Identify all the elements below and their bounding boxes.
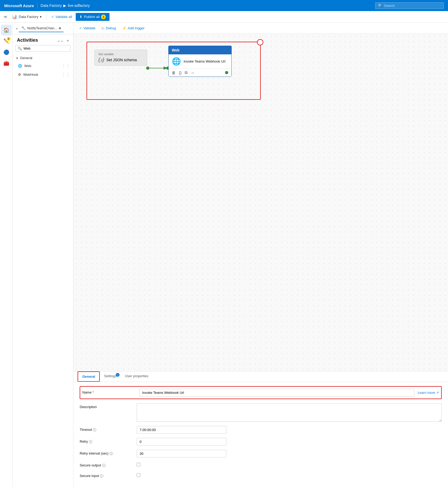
variable-x-icon: (𝑥) — [98, 57, 104, 63]
web-node-header: Web — [169, 46, 231, 54]
publish-icon: ⬆ — [79, 15, 82, 19]
secure-output-label: Secure output ⓘ — [80, 462, 132, 468]
activities-search-bar[interactable]: 🔍 — [15, 45, 70, 52]
collapse-button[interactable]: ≪ — [3, 14, 8, 20]
web-node-json-icon[interactable]: {} — [179, 70, 182, 75]
description-textarea[interactable] — [137, 403, 442, 422]
main-layout: 🏠 ✏️ 1 🔵 🧰 » 🔧 NotifyTeamsChan... Activi… — [0, 23, 448, 487]
description-row: Description — [80, 403, 442, 422]
nav-manage-button[interactable]: 🧰 — [1, 58, 12, 69]
timeout-row: Timeout ⓘ — [80, 426, 442, 434]
activity-item-webhook[interactable]: ⚙ WebHook ⋮⋮ — [13, 70, 73, 79]
category-general[interactable]: ∨ General — [13, 54, 73, 62]
debug-play-icon: ▷ — [102, 26, 104, 30]
web-node-footer: 🗑 {} ⧉ ↔ — [169, 68, 231, 77]
validate-all-label: Validate all — [55, 15, 72, 19]
category-label: General — [20, 56, 32, 60]
timeout-info-icon[interactable]: ⓘ — [93, 428, 96, 432]
publish-all-button[interactable]: ⬆ Publish all 1 — [76, 13, 109, 21]
search-input[interactable] — [384, 4, 441, 8]
add-trigger-button[interactable]: ⚡ Add trigger — [120, 25, 147, 31]
webhook-drag-handle-icon[interactable]: ⋮⋮ — [61, 72, 70, 77]
name-required-star: * — [92, 390, 94, 394]
sidebar: » 🔧 NotifyTeamsChan... Activities ⌄⌄ « 🔍… — [13, 23, 73, 487]
retry-interval-input[interactable] — [137, 450, 226, 457]
bottom-tabs: General Settings 3 User properties — [73, 371, 448, 382]
validate-button[interactable]: ✓ Validate — [77, 25, 98, 31]
timeout-input[interactable] — [137, 426, 226, 434]
bottom-panel: General Settings 3 User properties Name … — [73, 371, 448, 487]
tab-user-properties[interactable]: User properties — [121, 371, 152, 382]
nav-home-button[interactable]: 🏠 — [1, 25, 12, 35]
top-divider — [37, 3, 37, 8]
webhook-icon: ⚙ — [18, 73, 21, 77]
datafactory-label: Data Factory — [41, 3, 62, 8]
canvas-area: ✓ Validate ▷ Debug ⚡ Add trigger Set var… — [73, 23, 448, 487]
secure-output-info-icon[interactable]: ⓘ — [102, 464, 106, 467]
activity-web-left: 🌐 Web — [18, 64, 31, 68]
activities-search-input[interactable] — [23, 46, 68, 50]
publish-badge: 1 — [101, 15, 106, 19]
debug-button[interactable]: ▷ Debug — [99, 25, 118, 31]
web-node[interactable]: Web 🌐 Invoke Teams Webhook Url 🗑 {} ⧉ ↔ — [168, 46, 232, 77]
search-icon: 🔍 — [378, 4, 382, 8]
set-variable-type-label: Set variable — [98, 53, 143, 56]
secure-output-row: Secure output ⓘ — [80, 462, 442, 468]
web-node-name-label: Invoke Teams Webhook Url — [184, 59, 225, 63]
search-box[interactable]: 🔍 — [375, 2, 444, 9]
name-row: Name * Learn more ↗ — [80, 386, 442, 399]
set-variable-node[interactable]: Set variable (𝑥) Set JSON schema — [94, 50, 147, 66]
nav-edit-button[interactable]: ✏️ 1 — [1, 36, 12, 46]
web-drag-handle-icon[interactable]: ⋮⋮ — [61, 63, 70, 68]
retry-interval-info-icon[interactable]: ⓘ — [109, 452, 113, 456]
validate-check-icon: ✓ — [79, 26, 82, 30]
tab-settings-label: Settings — [104, 374, 116, 378]
df-dropdown-icon: ▾ — [40, 15, 42, 19]
tab-settings[interactable]: Settings 3 — [100, 371, 121, 382]
validate-label: Validate — [83, 26, 96, 30]
nav-monitor-button[interactable]: 🔵 — [1, 47, 12, 58]
web-node-header-label: Web — [172, 48, 179, 52]
retry-info-icon[interactable]: ⓘ — [89, 440, 92, 444]
breadcrumb-arrow: ▶ — [63, 3, 66, 8]
df-toolbar-label[interactable]: 📊 Data Factory ▾ — [9, 13, 44, 21]
activities-search-icon: 🔍 — [18, 46, 22, 50]
name-input[interactable] — [139, 389, 414, 396]
activities-collapse-btn[interactable]: ⌄⌄ — [56, 38, 65, 43]
external-link-icon: ↗ — [436, 391, 439, 395]
secure-input-checkbox[interactable] — [137, 473, 140, 477]
canvas[interactable]: Set variable (𝑥) Set JSON schema — [73, 34, 448, 371]
secure-output-checkbox[interactable] — [137, 463, 140, 466]
activities-title: Activities — [17, 37, 38, 43]
web-node-delete-icon[interactable]: 🗑 — [172, 70, 176, 75]
datafactory-link[interactable]: Data Factory ▶ live-adfactory — [41, 3, 90, 8]
tab-general[interactable]: General — [78, 371, 100, 382]
brand-label: Microsoft Azure — [4, 3, 34, 8]
retry-label: Retry ⓘ — [80, 438, 132, 444]
retry-interval-label: Retry interval (sec) ⓘ — [80, 450, 132, 456]
activity-item-web[interactable]: 🌐 Web ⋮⋮ — [13, 62, 73, 70]
activities-controls: ⌄⌄ « — [56, 38, 70, 43]
learn-more-link[interactable]: Learn more ↗ — [418, 391, 439, 395]
secure-input-row: Secure input ⓘ — [80, 472, 442, 479]
activities-header: Activities ⌄⌄ « — [13, 34, 73, 45]
df-icon: 📊 — [12, 14, 17, 19]
validate-checkmark-icon: ✓ — [51, 15, 54, 19]
pipeline-tab[interactable]: 🔧 NotifyTeamsChan... — [19, 25, 63, 32]
settings-badge: 3 — [116, 373, 120, 377]
web-node-arrow-icon[interactable]: ↔ — [191, 70, 195, 75]
debug-label: Debug — [106, 26, 116, 30]
secure-input-info-icon[interactable]: ⓘ — [100, 474, 103, 478]
retry-input[interactable] — [137, 438, 226, 446]
publish-all-label: Publish all — [84, 15, 99, 19]
tab-general-label: General — [82, 375, 95, 379]
activities-minimize-btn[interactable]: « — [66, 38, 70, 43]
sidebar-expand-button[interactable]: » — [15, 25, 19, 31]
activity-web-label: Web — [24, 64, 31, 68]
web-node-copy-icon[interactable]: ⧉ — [185, 70, 188, 75]
name-label: Name * — [82, 389, 135, 394]
set-variable-name: Set JSON schema — [106, 58, 137, 62]
form-area: Name * Learn more ↗ Description — [73, 382, 448, 487]
validate-all-button[interactable]: ✓ Validate all — [49, 13, 75, 20]
second-toolbar: ≪ 📊 Data Factory ▾ ✓ Validate all ⬆ Publ… — [0, 11, 448, 23]
